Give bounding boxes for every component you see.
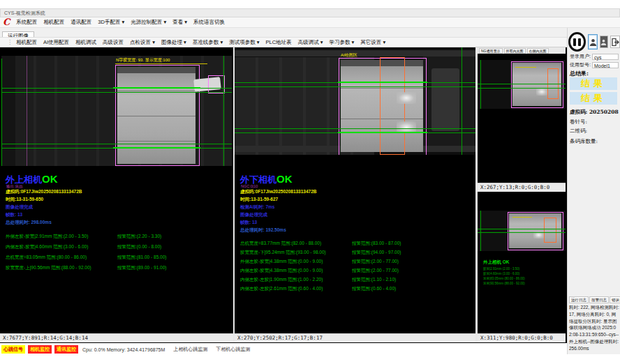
measurement-value: 内侧左胶-胶宽|4.38mm 范围:(0.00 - 9.00)	[240, 268, 323, 273]
measurement-value: 外侧左胶-胶宽|4.38mm 范围:(0.00 - 9.00)	[240, 259, 323, 264]
log-tabs: 运行日志 报警日志 错误日志	[569, 296, 619, 303]
measurement-value: 内侧左胶-左胶|1.90mm 范围:(1.00 - 2.20)	[240, 277, 323, 282]
right-top-camera-image	[478, 60, 566, 109]
left-camera-status: OK	[42, 173, 58, 185]
tab-ng-display[interactable]: NG通用显示	[479, 48, 503, 54]
thumb-camera-title: 外上相机 OK	[483, 259, 510, 266]
right-bottom-coordinate-bar: X:311;Y:980;R:0;G:0;B:0	[478, 333, 566, 342]
camera-monitor-badge: 相机监控	[28, 345, 52, 354]
tab-right-inner-light[interactable]: 右侧内光图	[527, 48, 549, 54]
alarm-range: 报警范围:(2.20 - 3.30)	[117, 234, 161, 240]
right-bottom-camera-image	[478, 211, 566, 251]
tab-alarm-log[interactable]: 报警日志	[589, 296, 609, 303]
center-barcode-text: 虚拟码:0F17Jiw2025020813313472B	[240, 189, 317, 195]
measurement-row: 总机宽度=83.05mm 范围:(80.00 - 86.00) 报警范围:(81…	[6, 255, 229, 261]
measurement-value: 胶宽宽度-下|95.24mm 范围:(93.00 - 98.00)	[240, 250, 326, 255]
left-camera-view[interactable]: N字胶宽度: 93. 显示宽度:100 外上相机OK 输出:良品 虚拟码:	[0, 47, 233, 333]
comm-monitor-badge: 通讯监控	[54, 345, 78, 354]
right-top-tabs: NG通用显示 所有内光图 右侧内光图	[478, 47, 566, 54]
alarm-range: 报警范围:(83.00 - 87.00)	[352, 241, 401, 247]
upper-camera-heartbeat[interactable]: 上相机心跳监测	[173, 346, 207, 353]
left-time-text: 时间:13-31-59-650	[6, 197, 43, 203]
total-result-label: 总结果:	[570, 70, 589, 77]
right-bottom-camera-view[interactable]: 外上相机 OK 胶宽|2.91mm (2.00 - 3.50) 胶宽|4.60m…	[478, 193, 566, 333]
toolbar-other-settings[interactable]: 其它设置 ▾	[360, 39, 385, 46]
measurement-row: 胶宽宽度-下|95.24mm 范围:(93.00 - 98.00) 报警范围:(…	[240, 250, 474, 256]
left-overlay-label: N字胶宽度: 93. 显示宽度:100	[116, 57, 170, 63]
tab-all-inner-light[interactable]: 所有内光图	[504, 48, 526, 54]
tab-bar: 运行图像	[0, 28, 567, 37]
model-field[interactable]: Model1	[592, 62, 619, 68]
window-titlebar[interactable]: CYS-视觉检测系统	[0, 8, 620, 17]
menu-item-robot-config[interactable]: 3D手配置 ▾	[98, 19, 124, 26]
alarm-range: 报警范围:(0.00 - 8.00)	[117, 244, 161, 250]
menu-item-light-config[interactable]: 光源控制配置 ▾	[131, 19, 166, 26]
alarm-range: 报警范围:(1.10 - 2.10)	[352, 277, 396, 283]
toolbar-baseline-params[interactable]: 基准线参数 ▾	[193, 39, 223, 46]
center-camera-view[interactable]: AI绘图区 外下相机OK NGC:0|10 虚拟码:0F17Jiw2025020…	[235, 47, 475, 333]
model-row: 使用型号: Model1	[570, 61, 619, 68]
center-frame-count: 帧数: 13	[240, 220, 257, 226]
toolbar-camera-debug[interactable]: 相机调试	[75, 39, 96, 46]
right-top-camera-view[interactable]: NG通用显示 所有内光图 右侧内光图	[478, 47, 566, 183]
thumb-status: OK	[503, 259, 510, 264]
measurement-row: 内侧左胶-左胶|1.90mm 范围:(1.00 - 2.20) 报警范围:(1.…	[240, 277, 474, 283]
toolbar-camera-config[interactable]: 相机配置	[16, 39, 37, 46]
alarm-range: 报警范围:(89.00 - 91.00)	[117, 265, 166, 271]
menu-item-language[interactable]: 系统语言切换	[193, 19, 225, 26]
menu-item-system-config[interactable]: 系统配置	[16, 19, 37, 26]
toolbar-plc-address[interactable]: PLC地址表	[266, 39, 292, 46]
tab-run-log[interactable]: 运行日志	[569, 296, 589, 303]
app-logo-icon: C	[3, 19, 10, 26]
toolbar-learn-params[interactable]: 学习参数 ▾	[329, 39, 354, 46]
result-box-2: 结果	[570, 92, 617, 105]
lower-camera-heartbeat[interactable]: 下相机心跳监测	[216, 346, 250, 353]
thumb-text-line: 宽度|83.05mm (80.00 - 86.00)	[483, 277, 525, 280]
pause-icon[interactable]	[568, 32, 586, 52]
tab-error-log[interactable]: 错误日志	[610, 296, 620, 303]
alarm-range: 报警范围:(2.00 - 77.00)	[352, 268, 399, 274]
exit-icon[interactable]	[610, 36, 620, 48]
status-bar: 心跳信号 相机监控 通讯监控 Cpu: 0.0% Memory: 3424.41…	[0, 344, 567, 354]
barcode-value-label: 虚拟码: 20250208	[570, 109, 619, 116]
measurement-row: 总机宽度=83.77mm 范围:(82.00 - 88.00) 报警范围:(83…	[240, 241, 474, 247]
toolbar-image-process[interactable]: 图像处理 ▾	[161, 39, 186, 46]
center-output-note: NGC:0|10	[241, 184, 258, 188]
roll-number-label: 卷针号:	[570, 119, 587, 126]
toolbar-advanced-debug[interactable]: 高级调试 ▾	[298, 39, 323, 46]
alarm-range: 报警范围:(0.60 - 4.00)	[352, 286, 396, 292]
barcode-count-label: 条码库数量:	[570, 138, 598, 145]
menu-item-camera-config[interactable]: 相机配置	[43, 19, 64, 26]
left-process-done: 图像处理完成	[6, 204, 33, 211]
toolbar-ai-use-config[interactable]: AI使用配置	[43, 39, 69, 46]
toolbar-spot-check[interactable]: 点检设置 ▾	[130, 39, 155, 46]
login-user-label: 登录用户:	[570, 53, 591, 60]
menu-item-view[interactable]: 查看 ▾	[172, 19, 187, 26]
toolbar-grip-icon: ⋮	[7, 39, 13, 45]
menu-item-comm-config[interactable]: 通讯配置	[71, 19, 91, 26]
measurement-row: 内侧左胶-胶宽|4.60mm 范围:(3.00 - 6.00) 报警范围:(0.…	[6, 244, 229, 250]
measurement-value: 总机宽度=83.77mm 范围:(82.00 - 88.00)	[240, 241, 321, 245]
log-text[interactable]: 耗时: 222, 网络检测耗时: 17, 网络分离耗时: 0, 网络提取分区耗时…	[569, 304, 619, 351]
login-user-field[interactable]: cys	[592, 54, 619, 60]
toolbar-advanced-settings[interactable]: 高级设置	[103, 39, 124, 46]
thumb-camera-name: 外上相机	[483, 259, 501, 264]
right-top-coordinate-bar: X:267;Y:13;R:0;G:0;B:0	[478, 183, 566, 192]
left-frame-count: 帧数: 13	[6, 212, 22, 218]
center-camera-image: AI绘图区	[235, 47, 475, 155]
left-elapsed-time: 总处理耗时: 298.00ms	[6, 220, 52, 226]
user-icon[interactable]	[588, 34, 597, 50]
toolbar: ⋮ 相机配置 AI使用配置 相机调试 高级设置 点检设置 ▾ 图像处理 ▾ 基准…	[0, 37, 567, 47]
side-panel: 登录用户: cys 使用型号: Model1 总结果: 结果 结果 虚拟码: 2…	[567, 28, 620, 354]
center-process-done: 图像处理完成	[240, 212, 267, 218]
qr-code-label: 二维码:	[570, 128, 587, 135]
measurement-value: 内侧左胶-左胶|2.61mm 范围:(0.60 - 4.00)	[240, 286, 323, 291]
measurement-value: 外侧左胶-胶宽|2.91mm 范围:(2.00 - 3.50)	[6, 234, 88, 238]
login-user-row: 登录用户: cys	[570, 53, 619, 60]
measurement-value: 内侧左胶-胶宽|4.60mm 范围:(3.00 - 6.00)	[6, 244, 88, 249]
toolbar-test-params[interactable]: 测试项参数 ▾	[229, 39, 259, 46]
left-camera-image: N字胶宽度: 93. 显示宽度:100	[1, 56, 232, 166]
operator-icon[interactable]	[600, 36, 608, 48]
center-ai-time: 检测AI耗时: 7ms	[240, 204, 274, 211]
left-output-note: 输出:良品	[6, 184, 23, 189]
